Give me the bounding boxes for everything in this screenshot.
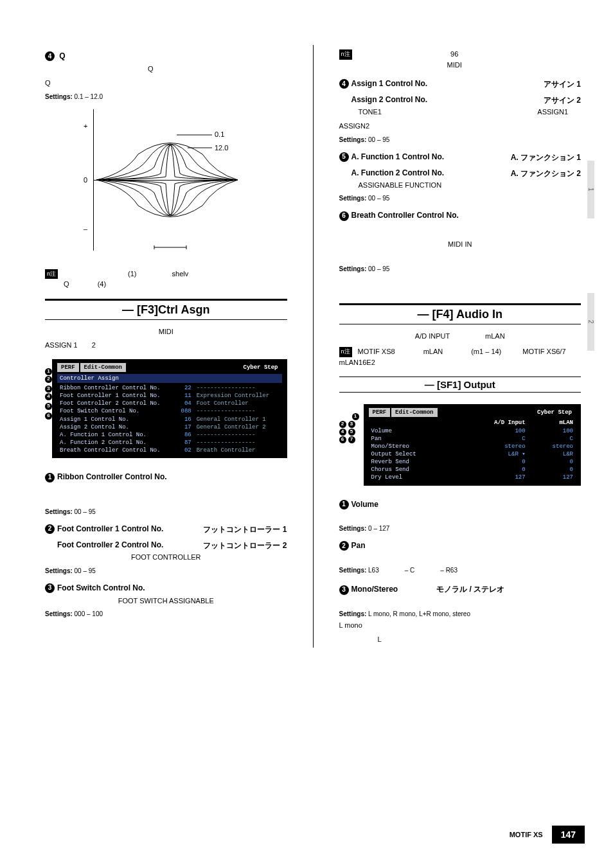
q-title: Q	[59, 51, 65, 60]
breath-settings: Settings: 00 – 95	[339, 265, 582, 272]
param-footctrl2: Foot Controller 2 Control No.フットコントローラー …	[45, 540, 287, 549]
pan-settings: Settings: L63 – C – R63	[339, 566, 582, 575]
afunc-settings: Settings: 00 – 95	[339, 195, 582, 202]
monostereo-b2: L	[378, 634, 582, 646]
param-afunc: 5A. Function 1 Control No.A. ファンクション 1	[339, 152, 582, 162]
left-column: 4 Q Q Q Settings: 0.1 – 12.0 + 0 –	[45, 45, 287, 648]
section-f4-audio-in: — [F4] Audio In	[339, 303, 582, 324]
side-tab-2[interactable]: 2	[587, 293, 594, 351]
f4-sub: A/D INPUT mLAN	[339, 331, 582, 342]
monostereo-settings: Settings: L mono, R mono, L+R mono, ster…	[339, 610, 582, 617]
note-icon: n注	[45, 269, 58, 279]
param-footctrl: 2Foot Controller 1 Control No.フットコントローラー…	[45, 524, 287, 534]
q-line1: Q	[148, 64, 287, 75]
param-q-head: 4 Q	[45, 51, 287, 61]
volume-settings: Settings: 0 – 127	[339, 525, 582, 532]
param-assign: 4Assign 1 Control No.アサイン 1	[339, 79, 582, 89]
screenshot-output: PERFEdit-CommonCyber Step A/D InputmLAN …	[364, 404, 582, 485]
note-icon: n注	[339, 347, 352, 357]
param-assign2: Assign 2 Control No.アサイン 2	[339, 95, 582, 104]
assign-body: TONE1ASSIGN1	[339, 107, 582, 118]
right-column: n注 96MIDI 4Assign 1 Control No.アサイン 1 As…	[339, 45, 582, 648]
page-footer: MOTIF XS 147	[510, 826, 585, 844]
footswitch-body: FOOT SWITCH ASSIGNABLE	[45, 596, 287, 607]
param-footswitch: 3Foot Switch Control No.	[45, 583, 287, 593]
screenshot-ctrl-assign: PERFEdit-CommonCyber Step Controller Ass…	[52, 359, 287, 459]
q-settings: Settings: 0.1 – 12.0	[45, 93, 287, 100]
f3-intro1: MIDI	[45, 326, 287, 338]
section-f3-ctrl-asgn: — [F3]Ctrl Asgn	[45, 299, 287, 320]
bullet-4: 4	[45, 51, 55, 61]
f3-intro2: ASSIGN 1 2	[45, 340, 287, 351]
breath-body: MIDI IN	[339, 239, 582, 251]
side-tab-1[interactable]: 1	[587, 161, 594, 218]
footctrl-body: FOOT CONTROLLER	[45, 552, 287, 563]
q-line2: Q	[45, 78, 287, 89]
assign-settings: Settings: 00 – 95	[339, 136, 582, 143]
q-graph: + 0 –	[64, 109, 244, 263]
f4-note: n注 MOTIF XS8 mLAN (m1 – 14) MOTIF XS6/7 …	[339, 346, 582, 368]
footctrl-settings: Settings: 00 – 95	[45, 567, 287, 574]
shot2-callouts: 1 23 45 67	[339, 412, 365, 443]
assign-body2: ASSIGN2	[339, 121, 582, 132]
top-note: n注 96MIDI	[339, 49, 582, 70]
param-afunc2: A. Function 2 Control No.A. ファンクション 2	[339, 168, 582, 177]
footer-model: MOTIF XS	[510, 831, 543, 838]
ribbon-settings: Settings: 00 – 95	[45, 508, 287, 515]
monostereo-b1: L mono	[339, 620, 582, 632]
note-icon: n注	[339, 49, 352, 60]
param-volume: 1Volume	[339, 500, 582, 509]
side-tabs: 1 2	[587, 89, 613, 425]
param-pan: 2Pan	[339, 541, 582, 551]
afunc-body: ASSIGNABLE FUNCTION	[359, 180, 582, 191]
q-note: n注 (1) shelv Q (4)	[45, 269, 287, 290]
column-divider	[313, 45, 314, 648]
param-breath: 6Breath Controller Control No.	[339, 211, 582, 220]
subsection-sf1-output: — [SF1] Output	[339, 376, 582, 393]
param-monostereo: 3Mono/Stereoモノラル / ステレオ	[339, 584, 582, 595]
footswitch-settings: Settings: 000 – 100	[45, 610, 287, 617]
param-ribbon: 1Ribbon Controller Control No.	[45, 472, 287, 482]
page-number: 147	[552, 826, 585, 844]
